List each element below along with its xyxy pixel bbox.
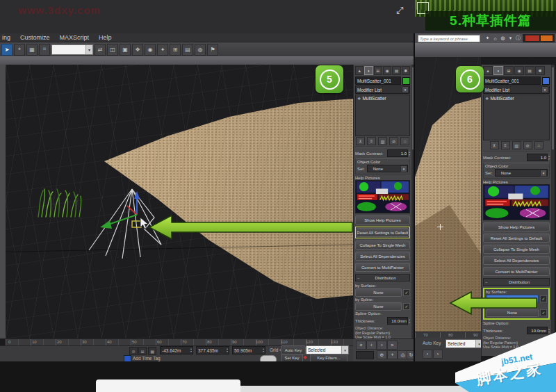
reset-all-settings-button[interactable]: Reset All Settings to Default	[483, 234, 550, 243]
y-spinner[interactable]: ▴▾	[227, 348, 228, 353]
object-color-dropdown[interactable]: None ▾	[367, 165, 408, 172]
panel-scrollbar[interactable]	[551, 65, 555, 356]
menu-item-rendering[interactable]: ing	[2, 34, 10, 41]
modifier-list-dropdown[interactable]: Modifier List ▾	[483, 85, 550, 94]
communication-center-icon[interactable]: ⌂	[492, 35, 498, 42]
spinner-arrows-icon[interactable]: ▴▾	[409, 318, 410, 324]
distribution-rollout[interactable]: − Distribution	[355, 274, 410, 281]
show-end-result-icon[interactable]: ≡	[367, 137, 376, 145]
modify-tab-icon[interactable]: ◗	[493, 66, 503, 75]
render-production-icon[interactable]: ⚑	[207, 44, 218, 56]
motion-tab-icon[interactable]: ◉	[383, 66, 391, 75]
select-by-name-icon[interactable]: ⌖	[14, 44, 25, 56]
curve-editor-icon[interactable]: ◉	[145, 44, 156, 56]
utilities-tab-icon[interactable]: ✱	[535, 66, 545, 75]
modify-tab-icon[interactable]: ◗	[364, 66, 373, 75]
motion-tab-icon[interactable]: ◉	[514, 66, 524, 75]
by-surface-picker-button[interactable]: None	[355, 288, 402, 297]
configure-modifier-icon[interactable]: ⌂	[534, 141, 543, 149]
select-all-dependencies-button[interactable]: Select All Dependencies	[483, 256, 550, 265]
show-help-pictures-button[interactable]: Show Help Pictures	[355, 215, 410, 224]
create-tab-icon[interactable]: ▲	[355, 66, 363, 75]
show-end-result-icon[interactable]: ≡	[501, 141, 510, 149]
mask-contrast-spinner[interactable]: 1.0 ▴▾	[527, 154, 550, 161]
configure-modifier-icon[interactable]: ⌂	[400, 137, 409, 145]
mirror-icon[interactable]: ⇄	[95, 44, 106, 56]
show-help-pictures-button[interactable]: Show Help Pictures	[483, 222, 550, 231]
select-object-icon[interactable]: ➤	[1, 44, 13, 56]
menu-item-customize[interactable]: Customize	[20, 34, 50, 41]
object-color-swatch[interactable]	[542, 77, 550, 85]
remove-modifier-icon[interactable]: ⊘	[523, 141, 532, 149]
play-icon[interactable]: ›	[433, 350, 443, 359]
selection-filter-icon[interactable]: ⌗	[39, 44, 50, 56]
search-input[interactable]	[418, 35, 480, 42]
make-unique-icon[interactable]: ▥	[512, 141, 521, 149]
search-icon[interactable]: ✦	[484, 35, 491, 42]
modifier-stack[interactable]: ❖ MultiScatter	[355, 95, 410, 136]
by-spline-checkbox[interactable]: ✓	[403, 303, 410, 310]
rendered-frame-icon[interactable]: ◍	[195, 44, 206, 56]
convert-to-multipainter-button[interactable]: Convert to MultiPainter	[355, 263, 410, 272]
coordinate-x-field[interactable]: -43.642m	[160, 346, 193, 354]
object-color-swatch[interactable]	[402, 77, 410, 85]
by-spline-checkbox[interactable]: ✓	[540, 309, 547, 316]
material-editor-icon[interactable]: ⊞	[170, 44, 181, 56]
object-color-dropdown[interactable]: None ▾	[495, 169, 548, 177]
z-spinner[interactable]: ▴▾	[263, 348, 264, 353]
pin-stack-icon[interactable]: ⊼	[490, 141, 499, 149]
thickness-value[interactable]: 10.0mm	[387, 317, 408, 325]
named-selection-combobox[interactable]: ▾	[51, 44, 93, 55]
favorites-icon[interactable]: ◍	[500, 35, 506, 42]
display-tab-icon[interactable]: ▤	[525, 66, 534, 75]
selection-lock-icon[interactable]: ⊞	[138, 347, 147, 355]
thickness-spinner[interactable]: 10.0mm ▴▾	[387, 317, 410, 325]
graphite-tools-icon[interactable]: ❖	[132, 44, 143, 56]
reset-all-settings-button[interactable]: Reset All Settings to Default	[357, 228, 409, 237]
modifier-list-dropdown[interactable]: Modifier List ▾	[355, 85, 410, 94]
spinner-arrows-icon[interactable]: ▴▾	[548, 155, 550, 161]
isolate-selection-icon[interactable]: ⊘	[129, 347, 138, 355]
collapse-to-single-mesh-button[interactable]: Collapse To Single Mesh	[483, 245, 550, 254]
menu-item-maxscript[interactable]: MAXScript	[60, 34, 90, 41]
x-spinner[interactable]: ▴▾	[190, 348, 192, 353]
rectangular-selection-icon[interactable]: ▦	[26, 44, 38, 56]
add-time-tag-label[interactable]: Add Time Tag	[133, 356, 161, 361]
remove-modifier-icon[interactable]: ⊘	[389, 137, 398, 145]
object-name-field[interactable]: MultiScatter_001	[483, 76, 541, 85]
go-to-start-icon[interactable]: «	[356, 341, 366, 350]
auto-key-label[interactable]: Auto Key	[423, 341, 441, 345]
render-setup-icon[interactable]: ▤	[182, 44, 193, 56]
info-icon[interactable]: ⓘ	[515, 35, 521, 42]
pin-stack-icon[interactable]: ⊼	[356, 137, 365, 145]
previous-frame-icon[interactable]: ‹	[366, 341, 377, 350]
absolute-mode-icon[interactable]: ▦	[148, 347, 156, 355]
layer-manager-icon[interactable]: ▣	[120, 44, 131, 56]
mask-contrast-value[interactable]: 1.0	[387, 149, 408, 157]
current-frame-field[interactable]	[356, 351, 374, 359]
by-surface-checkbox[interactable]: ✓	[540, 295, 547, 302]
scrollbar-thumb[interactable]	[551, 67, 555, 150]
stack-item[interactable]: ❖ MultiScatter	[484, 95, 549, 101]
hierarchy-tab-icon[interactable]: ⊞	[374, 66, 382, 75]
utilities-tab-icon[interactable]: ✱	[402, 66, 410, 75]
display-tab-icon[interactable]: ▤	[392, 66, 400, 75]
convert-to-multipainter-button[interactable]: Convert to MultiPainter	[483, 267, 550, 276]
align-icon[interactable]: ◫	[107, 44, 118, 56]
set-key-icon[interactable]: ◆	[303, 354, 306, 360]
collapse-to-single-mesh-button[interactable]: Collapse To Single Mesh	[355, 240, 410, 250]
stack-item[interactable]: ❖ MultiScatter	[356, 95, 409, 101]
by-surface-checkbox[interactable]: ✓	[403, 289, 410, 296]
coordinate-y-field[interactable]: 377.435m	[196, 346, 229, 354]
modifier-stack[interactable]: ❖ MultiScatter	[483, 95, 550, 140]
make-unique-icon[interactable]: ▥	[378, 137, 387, 145]
previous-frame-icon[interactable]: ‹	[423, 350, 432, 359]
pan-view-icon[interactable]: +	[387, 350, 398, 359]
zoom-extents-icon[interactable]: ⊕	[377, 350, 387, 359]
select-all-dependencies-button[interactable]: Select All Dependencies	[355, 252, 410, 261]
mask-contrast-value[interactable]: 1.0	[527, 154, 548, 161]
menu-item-help[interactable]: Help	[99, 34, 112, 41]
mask-contrast-spinner[interactable]: 1.0 ▴▾	[387, 149, 410, 157]
create-tab-icon[interactable]: ▲	[483, 66, 493, 75]
spinner-arrows-icon[interactable]: ▴▾	[409, 151, 410, 156]
